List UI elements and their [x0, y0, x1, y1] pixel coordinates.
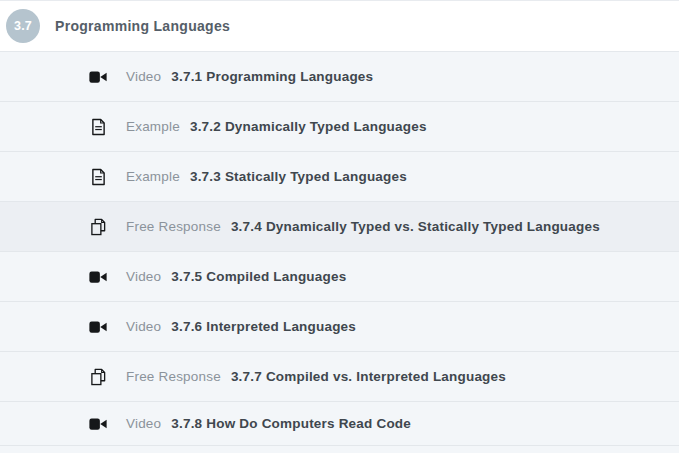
document-icon — [88, 118, 108, 136]
module-number-badge: 3.7 — [6, 9, 40, 43]
video-camera-icon — [88, 270, 108, 284]
lesson-kind-label: Example — [126, 169, 180, 184]
lesson-title: 3.7.3 Statically Typed Languages — [190, 169, 407, 184]
module-title: Programming Languages — [55, 18, 230, 34]
lesson-kind-label: Video — [126, 269, 161, 284]
lesson-row[interactable]: Free Response 3.7.4 Dynamically Typed vs… — [0, 202, 679, 252]
lesson-row[interactable]: Video 3.7.5 Compiled Languages — [0, 252, 679, 302]
lesson-title: 3.7.2 Dynamically Typed Languages — [190, 119, 427, 134]
copy-pages-icon — [88, 368, 108, 386]
lesson-kind-label: Free Response — [126, 369, 221, 384]
lesson-kind-label: Example — [126, 119, 180, 134]
lesson-kind-label: Video — [126, 69, 161, 84]
lesson-title: 3.7.1 Programming Languages — [171, 69, 373, 84]
module-header[interactable]: 3.7 Programming Languages — [0, 0, 679, 52]
lesson-title: 3.7.6 Interpreted Languages — [171, 319, 356, 334]
next-row-sliver — [0, 446, 679, 453]
lesson-title: 3.7.7 Compiled vs. Interpreted Languages — [231, 369, 506, 384]
document-icon — [88, 168, 108, 186]
video-camera-icon — [88, 320, 108, 334]
curriculum-module: 3.7 Programming Languages Video 3.7.1 Pr… — [0, 0, 679, 453]
lesson-row[interactable]: Video 3.7.6 Interpreted Languages — [0, 302, 679, 352]
lesson-title: 3.7.8 How Do Computers Read Code — [171, 416, 411, 431]
lesson-title: 3.7.5 Compiled Languages — [171, 269, 346, 284]
video-camera-icon — [88, 70, 108, 84]
lesson-title: 3.7.4 Dynamically Typed vs. Statically T… — [231, 219, 600, 234]
lesson-row[interactable]: Example 3.7.2 Dynamically Typed Language… — [0, 102, 679, 152]
lesson-kind-label: Video — [126, 416, 161, 431]
lesson-kind-label: Video — [126, 319, 161, 334]
video-camera-icon — [88, 417, 108, 431]
lesson-row[interactable]: Example 3.7.3 Statically Typed Languages — [0, 152, 679, 202]
lesson-row[interactable]: Video 3.7.1 Programming Languages — [0, 52, 679, 102]
lesson-kind-label: Free Response — [126, 219, 221, 234]
lesson-row[interactable]: Free Response 3.7.7 Compiled vs. Interpr… — [0, 352, 679, 402]
lesson-row[interactable]: Video 3.7.8 How Do Computers Read Code — [0, 402, 679, 446]
copy-pages-icon — [88, 218, 108, 236]
